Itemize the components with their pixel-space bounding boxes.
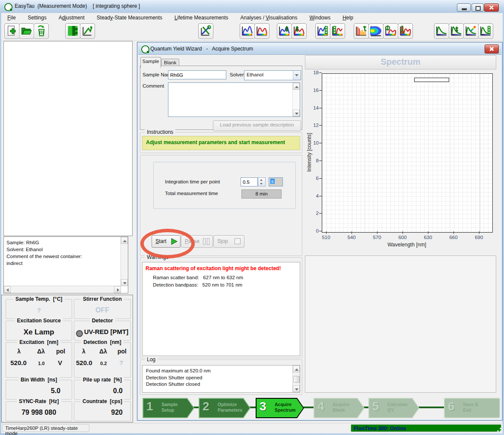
x-tick: 600 [395, 235, 410, 240]
decay-kinetics-icon [480, 25, 491, 37]
scroll-left-icon[interactable] [4, 286, 11, 293]
title-bar[interactable]: EasyTau (Measurement Mode) [ integrating… [0, 0, 504, 13]
sample-tab-panel: Sample Name Solvent Ethanol Comment Load… [140, 66, 302, 130]
sample-compartment-button[interactable] [65, 23, 80, 39]
contour-plot-button[interactable] [368, 23, 384, 39]
integration-unit-field[interactable]: s [269, 177, 283, 186]
tab-sample[interactable]: Sample [140, 57, 161, 68]
start-button[interactable]: Start [152, 235, 181, 248]
toolbar [1, 22, 503, 41]
resize-grip[interactable] [497, 427, 502, 432]
open-file-button[interactable] [19, 23, 34, 39]
sample-description-box[interactable]: Sample: Rh6GSolvent: EthanolComment of t… [3, 236, 128, 293]
emission-kinetics-button[interactable] [330, 23, 345, 39]
manual-adjustment-button[interactable] [80, 23, 95, 39]
decay-polarization-button[interactable] [449, 23, 464, 39]
load-previous-sample-button[interactable]: Load previous sample description [213, 120, 301, 131]
sample-temp-group: Sample Temp. [°C] ? [6, 299, 72, 319]
spin-up-icon[interactable] [260, 179, 263, 181]
step-2-optimize-parameters[interactable]: 2 OptimizeParameters [199, 398, 250, 418]
log-vscrollbar[interactable] [292, 366, 300, 392]
comment-vscrollbar[interactable] [292, 83, 300, 117]
temperature-series-icon [399, 25, 411, 37]
emission-kinetics-icon [332, 25, 343, 37]
menu-analyses[interactable]: Analyses / Visualisations [235, 14, 304, 22]
excitation-source-group: Excitation Source Xe Lamp [6, 321, 72, 340]
excitation-group: Excitation [nm] λ Δλ pol 520.0 1.0 V [6, 342, 72, 378]
maximize-icon [475, 6, 481, 11]
total-time-value: 8 min [241, 189, 282, 199]
total-time-label: Total measurement time [165, 191, 218, 196]
decay-polarization-icon [450, 25, 462, 37]
log-box[interactable]: Found maximum at 520.0 nm Detection Shut… [142, 365, 300, 393]
sample-temp-value: ? [6, 306, 72, 314]
menu-help[interactable]: Help [336, 14, 359, 22]
integration-time-spinner[interactable] [258, 177, 266, 186]
excitation-polarization-button[interactable] [277, 23, 292, 39]
warning-line: Detection bandpass: 520 nm to 701 nm [153, 281, 242, 289]
maximize-button[interactable] [472, 3, 484, 12]
dropdown-arrow-icon[interactable] [293, 71, 301, 80]
stop-button[interactable]: Stop [213, 235, 244, 248]
excitation-kinetics-button[interactable] [315, 23, 330, 39]
menu-windows[interactable]: Windows [303, 14, 336, 22]
time-trace-button[interactable] [354, 23, 369, 39]
menu-settings[interactable]: Settings [22, 14, 52, 22]
x-tick: 630 [420, 235, 436, 240]
solvent-value: Ethanol [247, 72, 263, 77]
new-measurement-button[interactable] [4, 23, 19, 39]
emission-polarization-icon [293, 25, 305, 37]
wizard-title-bar[interactable]: Quantum Yield Wizard - Acquire Spectrum [138, 43, 501, 55]
comment-textarea[interactable] [168, 82, 300, 117]
scroll-up-icon[interactable] [121, 237, 128, 244]
integration-time-input[interactable] [241, 177, 258, 186]
menu-lifetime[interactable]: Lifetime Measurements [168, 14, 235, 22]
detector-value: UV-RED [PMT] [82, 328, 130, 335]
decay-kinetics-button[interactable] [478, 23, 493, 39]
step-6-save-exit[interactable]: 6 Save &Exit [444, 398, 500, 418]
step-4-acquire-blank[interactable]: 4 AcquireBlank [314, 398, 365, 418]
sample-name-input[interactable] [168, 70, 226, 79]
close-button[interactable] [484, 3, 499, 12]
emission-spectrum-icon [256, 25, 268, 37]
excitation-spectrum-button[interactable] [240, 23, 255, 39]
log-scroll-thumb[interactable] [293, 376, 300, 383]
menu-bar: File Settings Adjustment Steady-State Me… [1, 13, 503, 22]
menu-adjustment[interactable]: Adjustment [53, 14, 91, 22]
emission-spectrum-button[interactable] [254, 23, 269, 39]
menu-steady-state[interactable]: Steady-State Measurements [91, 14, 168, 22]
spin-down-icon[interactable] [260, 183, 263, 185]
container-list[interactable] [3, 41, 133, 236]
status-online: FluoTime 300: Online [351, 424, 501, 432]
x-tick: 690 [471, 235, 487, 240]
step-3-acquire-spectrum[interactable]: 3 AcquireSpectrum [256, 398, 304, 418]
menu-file[interactable]: File [1, 14, 22, 22]
wizard-close-button[interactable] [485, 44, 499, 54]
minimize-button[interactable] [457, 3, 471, 12]
delete-button[interactable] [34, 23, 49, 39]
step-5-calculate-qy[interactable]: 5 CalculateQY [368, 398, 419, 418]
app-logo-icon [4, 3, 13, 11]
spectrum-plot[interactable] [322, 73, 493, 233]
quantum-yield-button[interactable] [383, 23, 398, 39]
detection-pol: ? [119, 359, 123, 366]
instrument-tools-button[interactable] [198, 23, 213, 39]
status-bar: TimeHarp260P (LR) steady-state mode Fluo… [1, 423, 503, 433]
step-1-sample-setup[interactable]: 1 SampleSetup [143, 398, 194, 418]
instrument-tools-icon [200, 25, 212, 37]
scroll-right-icon[interactable] [114, 286, 121, 293]
description-vscrollbar[interactable] [120, 237, 128, 286]
sync-rate-group: SYNC-Rate [Hz] 79 998 080 [6, 401, 72, 421]
decay-button[interactable] [434, 23, 449, 39]
temperature-series-button[interactable] [398, 23, 413, 39]
pause-button[interactable]: Pause [181, 235, 213, 248]
trest-button[interactable] [463, 23, 479, 39]
bin-width-value: 5.0 [6, 387, 60, 395]
emission-polarization-button[interactable] [292, 23, 307, 39]
scroll-down-icon[interactable] [121, 279, 128, 286]
step-connector [146, 407, 474, 408]
solvent-combobox[interactable]: Ethanol [244, 70, 301, 80]
sample-description-text: Sample: Rh6GSolvent: EthanolComment of t… [6, 239, 82, 267]
description-hscrollbar[interactable] [4, 286, 121, 293]
sample-compartment-icon [67, 25, 79, 37]
